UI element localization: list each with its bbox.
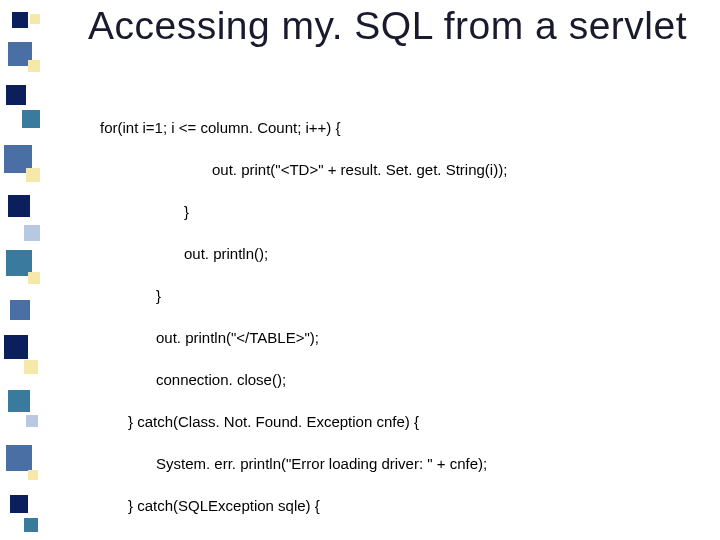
code-line: } [100,201,507,222]
code-block: for(int i=1; i <= column. Count; i++) { … [100,96,507,540]
code-line: } catch(SQLException sqle) { [100,495,507,516]
decorative-sidebar [0,0,42,540]
code-line: for(int i=1; i <= column. Count; i++) { [100,117,507,138]
code-line: } catch(Class. Not. Found. Exception cnf… [100,411,507,432]
slide-title: Accessing my. SQL from a servlet [88,4,687,48]
code-line: } [100,285,507,306]
code-line: connection. close(); [100,369,507,390]
code-line: System. err. println("Error loading driv… [100,453,507,474]
code-line: out. println(); [100,243,507,264]
code-line: out. print("<TD>" + result. Set. get. St… [100,159,507,180]
code-line: out. println("</TABLE>"); [100,327,507,348]
